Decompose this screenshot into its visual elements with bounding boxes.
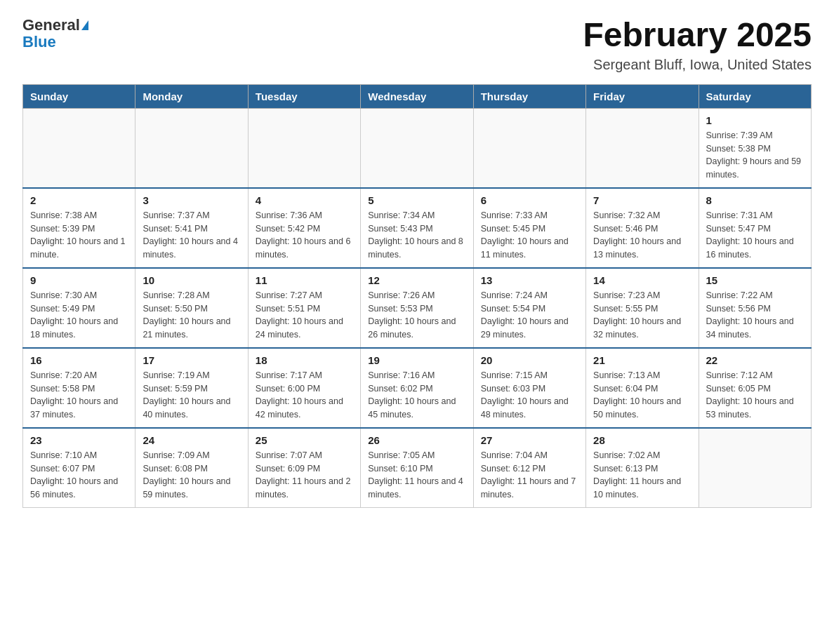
day-info: Sunrise: 7:16 AM Sunset: 6:02 PM Dayligh… [368,369,465,422]
calendar-cell: 6Sunrise: 7:33 AM Sunset: 5:45 PM Daylig… [473,188,585,268]
day-info: Sunrise: 7:27 AM Sunset: 5:51 PM Dayligh… [256,289,353,342]
day-number: 22 [706,354,804,366]
calendar-cell: 28Sunrise: 7:02 AM Sunset: 6:13 PM Dayli… [586,428,699,508]
page-title: February 2025 [583,17,812,54]
calendar-cell: 5Sunrise: 7:34 AM Sunset: 5:43 PM Daylig… [361,188,473,268]
day-info: Sunrise: 7:15 AM Sunset: 6:03 PM Dayligh… [481,369,578,422]
day-info: Sunrise: 7:38 AM Sunset: 5:39 PM Dayligh… [30,209,128,262]
day-number: 17 [143,354,240,366]
page-subtitle: Sergeant Bluff, Iowa, United States [583,57,812,73]
day-info: Sunrise: 7:30 AM Sunset: 5:49 PM Dayligh… [30,289,128,342]
day-number: 8 [706,194,804,206]
calendar-cell: 22Sunrise: 7:12 AM Sunset: 6:05 PM Dayli… [699,348,811,428]
day-number: 11 [256,274,353,286]
calendar-cell: 18Sunrise: 7:17 AM Sunset: 6:00 PM Dayli… [248,348,360,428]
day-info: Sunrise: 7:12 AM Sunset: 6:05 PM Dayligh… [706,369,804,422]
calendar-table: Sunday Monday Tuesday Wednesday Thursday… [22,84,812,508]
calendar-cell [23,108,135,188]
calendar-cell: 25Sunrise: 7:07 AM Sunset: 6:09 PM Dayli… [248,428,360,508]
calendar-cell: 12Sunrise: 7:26 AM Sunset: 5:53 PM Dayli… [361,268,473,348]
day-number: 18 [256,354,353,366]
col-sunday: Sunday [23,84,135,108]
day-number: 10 [143,274,240,286]
calendar-week-5: 23Sunrise: 7:10 AM Sunset: 6:07 PM Dayli… [23,428,812,508]
day-number: 4 [256,194,353,206]
day-number: 12 [368,274,465,286]
calendar-header-row: Sunday Monday Tuesday Wednesday Thursday… [23,84,812,108]
day-number: 23 [30,434,128,446]
day-number: 28 [593,434,691,446]
day-number: 26 [368,434,465,446]
calendar-cell: 11Sunrise: 7:27 AM Sunset: 5:51 PM Dayli… [248,268,360,348]
day-info: Sunrise: 7:32 AM Sunset: 5:46 PM Dayligh… [593,209,691,262]
col-monday: Monday [135,84,248,108]
day-info: Sunrise: 7:37 AM Sunset: 5:41 PM Dayligh… [143,209,240,262]
calendar-cell: 8Sunrise: 7:31 AM Sunset: 5:47 PM Daylig… [699,188,811,268]
day-number: 5 [368,194,465,206]
calendar-week-3: 9Sunrise: 7:30 AM Sunset: 5:49 PM Daylig… [23,268,812,348]
calendar-cell [586,108,699,188]
day-info: Sunrise: 7:05 AM Sunset: 6:10 PM Dayligh… [368,449,465,502]
day-info: Sunrise: 7:33 AM Sunset: 5:45 PM Dayligh… [481,209,578,262]
calendar-cell: 3Sunrise: 7:37 AM Sunset: 5:41 PM Daylig… [135,188,248,268]
day-info: Sunrise: 7:34 AM Sunset: 5:43 PM Dayligh… [368,209,465,262]
day-info: Sunrise: 7:09 AM Sunset: 6:08 PM Dayligh… [143,449,240,502]
calendar-cell: 7Sunrise: 7:32 AM Sunset: 5:46 PM Daylig… [586,188,699,268]
calendar-cell: 17Sunrise: 7:19 AM Sunset: 5:59 PM Dayli… [135,348,248,428]
day-number: 9 [30,274,128,286]
page-header: General Blue February 2025 Sergeant Bluf… [22,17,812,73]
day-number: 24 [143,434,240,446]
day-number: 27 [481,434,578,446]
day-info: Sunrise: 7:02 AM Sunset: 6:13 PM Dayligh… [593,449,691,502]
calendar-cell [248,108,360,188]
calendar-cell [361,108,473,188]
calendar-cell: 19Sunrise: 7:16 AM Sunset: 6:02 PM Dayli… [361,348,473,428]
col-wednesday: Wednesday [361,84,473,108]
day-info: Sunrise: 7:36 AM Sunset: 5:42 PM Dayligh… [256,209,353,262]
day-number: 20 [481,354,578,366]
calendar-cell [473,108,585,188]
day-info: Sunrise: 7:07 AM Sunset: 6:09 PM Dayligh… [256,449,353,502]
logo: General Blue [22,17,88,51]
day-info: Sunrise: 7:19 AM Sunset: 5:59 PM Dayligh… [143,369,240,422]
calendar-cell: 15Sunrise: 7:22 AM Sunset: 5:56 PM Dayli… [699,268,811,348]
logo-text-general: General [22,17,80,34]
day-info: Sunrise: 7:04 AM Sunset: 6:12 PM Dayligh… [481,449,578,502]
col-tuesday: Tuesday [248,84,360,108]
day-info: Sunrise: 7:28 AM Sunset: 5:50 PM Dayligh… [143,289,240,342]
calendar-cell: 2Sunrise: 7:38 AM Sunset: 5:39 PM Daylig… [23,188,135,268]
calendar-cell: 14Sunrise: 7:23 AM Sunset: 5:55 PM Dayli… [586,268,699,348]
day-info: Sunrise: 7:20 AM Sunset: 5:58 PM Dayligh… [30,369,128,422]
calendar-cell: 20Sunrise: 7:15 AM Sunset: 6:03 PM Dayli… [473,348,585,428]
day-number: 15 [706,274,804,286]
calendar-cell: 13Sunrise: 7:24 AM Sunset: 5:54 PM Dayli… [473,268,585,348]
col-thursday: Thursday [473,84,585,108]
calendar-week-1: 1Sunrise: 7:39 AM Sunset: 5:38 PM Daylig… [23,108,812,188]
day-info: Sunrise: 7:39 AM Sunset: 5:38 PM Dayligh… [706,129,804,182]
calendar-cell: 21Sunrise: 7:13 AM Sunset: 6:04 PM Dayli… [586,348,699,428]
day-info: Sunrise: 7:10 AM Sunset: 6:07 PM Dayligh… [30,449,128,502]
calendar-cell: 24Sunrise: 7:09 AM Sunset: 6:08 PM Dayli… [135,428,248,508]
day-number: 25 [256,434,353,446]
calendar-cell: 1Sunrise: 7:39 AM Sunset: 5:38 PM Daylig… [699,108,811,188]
day-number: 19 [368,354,465,366]
col-saturday: Saturday [699,84,811,108]
day-number: 7 [593,194,691,206]
day-info: Sunrise: 7:24 AM Sunset: 5:54 PM Dayligh… [481,289,578,342]
calendar-cell: 27Sunrise: 7:04 AM Sunset: 6:12 PM Dayli… [473,428,585,508]
calendar-cell: 10Sunrise: 7:28 AM Sunset: 5:50 PM Dayli… [135,268,248,348]
day-number: 16 [30,354,128,366]
calendar-cell: 9Sunrise: 7:30 AM Sunset: 5:49 PM Daylig… [23,268,135,348]
logo-triangle-icon [81,20,88,30]
calendar-cell: 23Sunrise: 7:10 AM Sunset: 6:07 PM Dayli… [23,428,135,508]
day-info: Sunrise: 7:26 AM Sunset: 5:53 PM Dayligh… [368,289,465,342]
day-info: Sunrise: 7:23 AM Sunset: 5:55 PM Dayligh… [593,289,691,342]
calendar-cell [699,428,811,508]
day-info: Sunrise: 7:31 AM Sunset: 5:47 PM Dayligh… [706,209,804,262]
calendar-cell: 16Sunrise: 7:20 AM Sunset: 5:58 PM Dayli… [23,348,135,428]
day-info: Sunrise: 7:22 AM Sunset: 5:56 PM Dayligh… [706,289,804,342]
day-number: 13 [481,274,578,286]
calendar-week-2: 2Sunrise: 7:38 AM Sunset: 5:39 PM Daylig… [23,188,812,268]
logo-text-blue: Blue [22,34,56,51]
day-number: 1 [706,114,804,126]
